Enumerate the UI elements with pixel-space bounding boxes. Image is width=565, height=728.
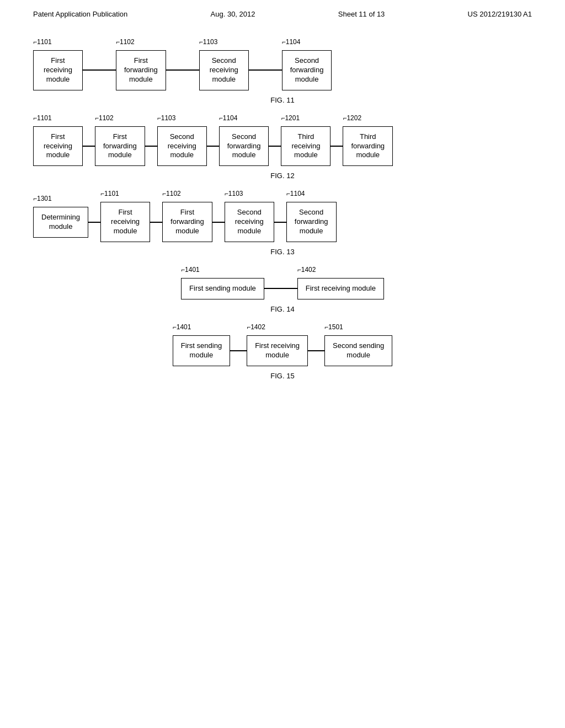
label-1103-fig13: ⌐1103: [225, 190, 243, 197]
connector: [166, 69, 199, 71]
label-1401-fig14: ⌐1401: [181, 266, 200, 274]
connector: [145, 146, 157, 147]
label-1201-fig12: ⌐1201: [281, 114, 300, 122]
label-1401-fig15: ⌐1401: [173, 323, 191, 331]
module-box: Secondforwardingmodule: [282, 50, 332, 90]
fig15-mod1401: ⌐1401 First sendingmodule: [173, 335, 230, 366]
label-1501-fig15: ⌐1501: [324, 323, 343, 331]
label-1402-fig15: ⌐1402: [247, 323, 265, 331]
module-box: Firstforwardingmodule: [162, 202, 212, 242]
connector: [331, 146, 343, 147]
module-box: Firstforwardingmodule: [116, 50, 166, 90]
module-box: Firstreceivingmodule: [100, 202, 150, 242]
fig15-diagram: ⌐1401 First sendingmodule ⌐1402 First re…: [33, 335, 532, 366]
fig13-mod1104: ⌐1104 Secondforwardingmodule: [286, 202, 337, 242]
label-1103-fig11: ⌐1103: [199, 38, 218, 46]
label-1101-fig12: ⌐1101: [33, 114, 52, 122]
figure-13: ⌐1301 Determiningmodule ⌐1101 Firstrecei…: [33, 202, 532, 256]
connector: [249, 69, 282, 71]
fig11-mod1101: ⌐1101 Firstreceivingmodule: [33, 50, 83, 90]
module-box: Firstforwardingmodule: [95, 126, 145, 167]
connector: [88, 222, 100, 223]
module-box: Secondreceivingmodule: [225, 202, 274, 242]
fig11-label: FIG. 11: [33, 96, 532, 104]
module-box: First sendingmodule: [173, 335, 230, 366]
fig11-mod1102: ⌐1102 Firstforwardingmodule: [116, 50, 166, 90]
connector: [308, 350, 324, 351]
header-date: Aug. 30, 2012: [211, 10, 255, 18]
connector: [264, 288, 297, 289]
fig12-mod1202: ⌐1202 Thirdforwardingmodule: [343, 126, 393, 167]
module-box: Determiningmodule: [33, 207, 88, 238]
module-box: First receivingmodule: [247, 335, 308, 366]
module-box: Secondreceivingmodule: [199, 50, 249, 90]
label-1104-fig11: ⌐1104: [282, 38, 301, 46]
label-1103-fig12: ⌐1103: [157, 114, 176, 122]
fig14-mod1401: ⌐1401 First sending module: [181, 278, 264, 299]
module-box: Firstreceivingmodule: [33, 50, 83, 90]
fig13-mod1101: ⌐1101 Firstreceivingmodule: [100, 202, 150, 242]
fig12-label: FIG. 12: [33, 172, 532, 180]
module-box: Secondreceivingmodule: [157, 126, 207, 167]
label-1102-fig11: ⌐1102: [116, 38, 135, 46]
connector: [150, 222, 162, 223]
module-box: Secondforwardingmodule: [286, 202, 337, 242]
label-1102-fig13: ⌐1102: [162, 190, 181, 197]
fig13-label: FIG. 13: [33, 248, 532, 256]
label-1102-fig12: ⌐1102: [95, 114, 114, 122]
fig12-mod1101: ⌐1101 Firstreceivingmodule: [33, 126, 83, 167]
figure-14: ⌐1401 First sending module ⌐1402 First r…: [33, 278, 532, 313]
label-1301-fig13: ⌐1301: [33, 195, 52, 202]
fig12-mod1103: ⌐1103 Secondreceivingmodule: [157, 126, 207, 167]
fig13-mod1301: ⌐1301 Determiningmodule: [33, 207, 88, 238]
page-header: Patent Application Publication Aug. 30, …: [0, 0, 565, 24]
module-box: First sending module: [181, 278, 264, 299]
connector: [83, 69, 116, 71]
fig14-label: FIG. 14: [33, 305, 532, 313]
header-left: Patent Application Publication: [33, 10, 127, 18]
figure-12: ⌐1101 Firstreceivingmodule ⌐1102 Firstfo…: [33, 126, 532, 180]
module-box: Thirdforwardingmodule: [343, 126, 393, 167]
connector: [207, 146, 219, 147]
fig14-diagram: ⌐1401 First sending module ⌐1402 First r…: [33, 278, 532, 299]
fig12-mod1201: ⌐1201 Thirdreceivingmodule: [281, 126, 331, 167]
label-1104-fig12: ⌐1104: [219, 114, 238, 122]
connector: [269, 146, 281, 147]
fig15-mod1501: ⌐1501 Second sendingmodule: [324, 335, 392, 366]
connector: [83, 146, 95, 147]
fig12-mod1102: ⌐1102 Firstforwardingmodule: [95, 126, 145, 167]
label-1101-fig13: ⌐1101: [100, 190, 119, 197]
connector: [274, 222, 286, 223]
fig13-mod1102: ⌐1102 Firstforwardingmodule: [162, 202, 212, 242]
label-1402-fig14: ⌐1402: [297, 266, 316, 274]
fig12-diagram: ⌐1101 Firstreceivingmodule ⌐1102 Firstfo…: [33, 126, 532, 167]
module-box: Second sendingmodule: [324, 335, 392, 366]
label-1101-fig11: ⌐1101: [33, 38, 52, 46]
fig15-label: FIG. 15: [33, 372, 532, 380]
main-content: ⌐1101 Firstreceivingmodule ⌐1102 Firstfo…: [0, 24, 565, 424]
label-1202-fig12: ⌐1202: [343, 114, 361, 122]
figure-11: ⌐1101 Firstreceivingmodule ⌐1102 Firstfo…: [33, 50, 532, 104]
fig13-diagram: ⌐1301 Determiningmodule ⌐1101 Firstrecei…: [33, 202, 532, 242]
fig11-diagram: ⌐1101 Firstreceivingmodule ⌐1102 Firstfo…: [33, 50, 532, 90]
figure-15: ⌐1401 First sendingmodule ⌐1402 First re…: [33, 335, 532, 380]
connector: [230, 350, 247, 351]
connector: [212, 222, 225, 223]
fig11-mod1104: ⌐1104 Secondforwardingmodule: [282, 50, 332, 90]
module-box: Thirdreceivingmodule: [281, 126, 331, 167]
fig12-mod1104: ⌐1104 Secondforwardingmodule: [219, 126, 269, 167]
label-1104-fig13: ⌐1104: [286, 190, 305, 197]
fig13-mod1103: ⌐1103 Secondreceivingmodule: [225, 202, 274, 242]
module-box: First receiving module: [297, 278, 384, 299]
module-box: Secondforwardingmodule: [219, 126, 269, 167]
header-sheet: Sheet 11 of 13: [338, 10, 385, 18]
fig14-mod1402: ⌐1402 First receiving module: [297, 278, 384, 299]
header-patent: US 2012/219130 A1: [468, 10, 532, 18]
fig11-mod1103: ⌐1103 Secondreceivingmodule: [199, 50, 249, 90]
module-box: Firstreceivingmodule: [33, 126, 83, 167]
fig15-mod1402: ⌐1402 First receivingmodule: [247, 335, 308, 366]
